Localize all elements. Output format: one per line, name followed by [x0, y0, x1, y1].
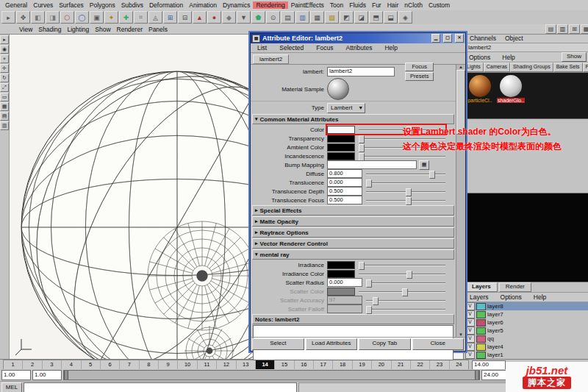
panel-menu-show[interactable]: Show — [92, 26, 113, 33]
color-swatch[interactable] — [327, 270, 355, 278]
shelf-icon[interactable]: ◨ — [46, 11, 60, 24]
ae-menu-attributes[interactable]: Attributes — [343, 44, 375, 51]
shelf-icon[interactable]: ✚ — [119, 11, 133, 24]
slider[interactable] — [366, 305, 445, 313]
close-button[interactable]: Close — [412, 338, 465, 350]
value-field[interactable]: 0.500 — [327, 196, 362, 204]
shelf-icon[interactable]: ⊞ — [163, 11, 177, 24]
options-menu-help[interactable]: Help — [499, 54, 517, 61]
menu-custom[interactable]: Custom — [426, 1, 453, 9]
tool-icon[interactable]: ▥ — [0, 121, 9, 130]
layer-color-swatch[interactable] — [476, 327, 486, 335]
frame-5[interactable]: 5 — [81, 360, 100, 370]
tool-icon[interactable]: ↻ — [0, 74, 9, 82]
layer-row[interactable]: Vlayer1 — [464, 351, 588, 359]
frame-19[interactable]: 19 — [352, 360, 371, 370]
shelf-icon[interactable]: ◩ — [340, 11, 354, 24]
frame-17[interactable]: 17 — [313, 360, 332, 370]
shelf-icon[interactable]: ● — [207, 11, 221, 24]
channel-box-node[interactable]: lambert2 — [464, 43, 588, 52]
layer-visibility-toggle[interactable]: V — [465, 318, 475, 327]
map-button[interactable]: ▦ — [419, 160, 429, 170]
ae-menu-selected[interactable]: Selected — [276, 44, 306, 51]
frame-13[interactable]: 13 — [236, 360, 255, 370]
slider-thumb[interactable] — [359, 153, 365, 161]
slider-thumb[interactable] — [359, 135, 365, 143]
scrollbar[interactable]: ▲ ▼ — [456, 65, 465, 337]
color-swatch[interactable] — [327, 135, 355, 143]
slider[interactable] — [366, 279, 445, 287]
frame-18[interactable]: 18 — [332, 360, 351, 370]
panel-menu-lighting[interactable]: Lighting — [64, 26, 92, 33]
slider-thumb[interactable] — [429, 171, 435, 179]
shelf-icon[interactable]: ▼ — [237, 11, 251, 24]
layer-tab-render[interactable]: Render — [499, 282, 531, 292]
playback-start-field[interactable]: 1.00 — [32, 370, 62, 380]
slider-thumb[interactable] — [359, 262, 365, 270]
color-swatch[interactable] — [327, 126, 355, 134]
slider[interactable] — [366, 179, 445, 187]
menu-general[interactable]: General — [2, 1, 30, 9]
mel-button[interactable]: MEL — [1, 382, 22, 392]
frame-1[interactable]: 1 — [4, 360, 22, 370]
show-button[interactable]: Show — [562, 52, 587, 62]
layer-color-swatch[interactable] — [476, 335, 486, 343]
shelf-icon[interactable]: ✦ — [104, 11, 118, 24]
focus-button[interactable]: Focus — [405, 63, 434, 71]
frame-14[interactable]: 14 — [255, 360, 274, 370]
shelf-icon[interactable]: ⊙ — [266, 11, 280, 24]
ae-menu-help[interactable]: Help — [381, 44, 400, 51]
frame-22[interactable]: 22 — [410, 360, 429, 370]
value-field[interactable]: 0.000 — [327, 278, 362, 287]
panel-layout-icon[interactable]: ▥ — [557, 24, 568, 34]
slider-thumb[interactable] — [366, 306, 372, 314]
value-field[interactable]: 0.000 — [327, 178, 362, 187]
layer-visibility-toggle[interactable]: V — [465, 302, 475, 310]
panel-menu-renderer[interactable]: Renderer — [114, 26, 146, 33]
shelf-icon[interactable]: ⬟ — [251, 11, 265, 24]
material-sample-swatch[interactable] — [327, 78, 349, 100]
range-fill[interactable] — [68, 371, 475, 379]
color-swatch[interactable] — [327, 152, 355, 160]
value-field[interactable]: 0.500 — [327, 187, 362, 196]
channels-menu-object[interactable]: Object — [502, 35, 526, 42]
section-raytrace-options[interactable]: ▸Raytrace Options — [252, 227, 454, 238]
frame-7[interactable]: 7 — [119, 360, 138, 370]
frame-2[interactable]: 2 — [22, 360, 41, 370]
layer-visibility-toggle[interactable]: V — [465, 351, 475, 359]
frame-10[interactable]: 10 — [177, 360, 196, 370]
slider-thumb[interactable] — [402, 288, 408, 296]
menu-subdivs[interactable]: Subdivs — [118, 1, 146, 9]
ae-menu-list[interactable]: List — [254, 44, 270, 51]
presets-button[interactable]: Presets — [405, 72, 434, 81]
frame-16[interactable]: 16 — [294, 360, 313, 370]
shelf-icon[interactable]: ✥ — [16, 11, 30, 24]
window-titlebar[interactable]: ▦ Attribute Editor: lambert2 ▁ ▢ ✕ — [251, 33, 465, 43]
layer-color-swatch[interactable] — [476, 311, 486, 318]
close-icon[interactable]: ✕ — [455, 34, 464, 43]
shelf-icon[interactable]: ▤ — [281, 11, 295, 24]
slider-thumb[interactable] — [373, 297, 379, 305]
slider-thumb[interactable] — [406, 271, 412, 279]
shelf-icon[interactable]: ◪ — [354, 11, 368, 24]
slider-thumb[interactable] — [366, 179, 372, 188]
range-handle-end[interactable] — [475, 371, 479, 379]
slider[interactable] — [366, 188, 445, 196]
load-attributes-button[interactable]: Load Attributes — [306, 338, 358, 350]
slider-thumb[interactable] — [406, 188, 412, 196]
menu-polygons[interactable]: Polygons — [87, 1, 118, 9]
tab-shading-groups[interactable]: Shading Groups — [510, 63, 553, 72]
layer-row[interactable]: Vlayer8 — [464, 302, 588, 310]
section-vector-renderer-control[interactable]: ▸Vector Renderer Control — [252, 238, 454, 249]
tool-icon[interactable]: ▤ — [0, 112, 9, 121]
value-field[interactable]: 97 — [327, 296, 362, 304]
shelf-icon[interactable]: ⬡ — [60, 11, 74, 24]
scroll-up-icon[interactable]: ▲ — [459, 65, 463, 69]
maximize-button[interactable]: ▢ — [443, 34, 452, 43]
select-button[interactable]: Select — [252, 338, 304, 350]
tool-icon[interactable]: ▸ — [0, 35, 9, 44]
channels-menu-channels[interactable]: Channels — [467, 35, 499, 42]
map-field[interactable] — [327, 160, 417, 169]
menu-curves[interactable]: Curves — [30, 1, 56, 9]
range-handle-start[interactable] — [64, 371, 68, 379]
